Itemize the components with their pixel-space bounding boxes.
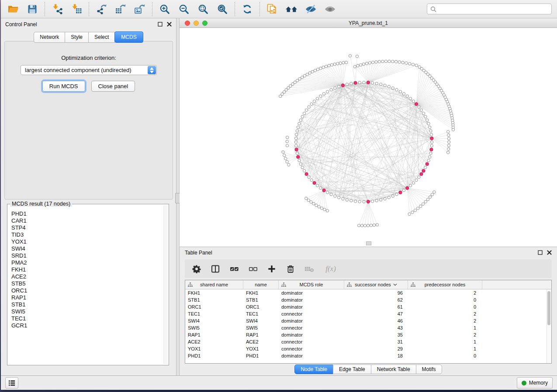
network-view-window: YPA_prune.txt_1 — [180, 18, 557, 247]
mcds-result-item[interactable]: PHD1 — [11, 210, 163, 217]
toggle-panel-columns-icon[interactable] — [211, 264, 220, 274]
horizontal-splitter-handle[interactable] — [366, 241, 371, 245]
table-row[interactable]: ACE2ACE2connector311 — [185, 338, 547, 345]
table-cell: dominator — [279, 297, 344, 303]
show-all-eye-icon[interactable] — [324, 3, 336, 15]
close-table-panel-icon[interactable] — [547, 250, 552, 255]
table-cell: 62 — [344, 297, 408, 303]
close-panel-icon[interactable] — [167, 22, 172, 27]
tab-node-table[interactable]: Node Table — [294, 364, 333, 374]
zoom-in-icon[interactable] — [159, 3, 171, 15]
run-mcds-button[interactable]: Run MCDS — [42, 81, 85, 92]
network-graph[interactable] — [180, 28, 557, 247]
table-row[interactable]: ORC1ORC1dominator610 — [185, 303, 547, 310]
memory-button[interactable]: Memory — [517, 377, 553, 389]
mcds-result-scrollbar[interactable] — [163, 205, 168, 364]
table-row[interactable]: FKH1FKH1dominator962 — [185, 289, 547, 296]
column-type-icon — [411, 282, 415, 287]
mcds-result-item[interactable]: CAR1 — [11, 217, 163, 224]
table-row[interactable]: SWI4SWI4dominator462 — [185, 317, 547, 324]
delete-column-icon[interactable] — [286, 264, 295, 274]
mcds-result-item[interactable]: SWI4 — [11, 245, 163, 252]
task-history-button[interactable] — [5, 377, 18, 389]
mcds-result-item[interactable]: SRD1 — [11, 252, 163, 259]
import-table-from-file-icon[interactable] — [70, 3, 83, 15]
mcds-result-item[interactable]: STB5 — [11, 280, 163, 287]
column-header-name[interactable]: name — [243, 280, 279, 289]
first-neighbors-icon[interactable] — [285, 3, 298, 15]
zoom-selected-region-icon[interactable] — [216, 3, 228, 15]
table-cell: SWI4 — [243, 318, 279, 323]
column-type-icon — [281, 282, 286, 287]
tab-network[interactable]: Network — [34, 32, 65, 43]
column-settings-gear-icon[interactable] — [192, 264, 201, 274]
zoom-out-icon[interactable] — [178, 3, 190, 15]
export-image-icon[interactable] — [134, 3, 146, 15]
right-column: YPA_prune.txt_1 Table Panel — [180, 18, 557, 375]
mcds-result-item[interactable]: ORC1 — [11, 287, 163, 294]
table-cell: 2 — [408, 311, 482, 316]
close-panel-button[interactable]: Close panel — [91, 81, 135, 92]
add-column-icon[interactable] — [267, 264, 277, 274]
network-canvas[interactable] — [180, 28, 557, 247]
function-builder-label: f(x) — [325, 265, 336, 273]
save-session-icon[interactable] — [26, 3, 38, 15]
table-cell: connector — [279, 325, 344, 330]
mcds-result-item[interactable]: FKH1 — [11, 266, 163, 273]
float-table-panel-icon[interactable] — [538, 250, 543, 255]
table-row[interactable]: SWI5SWI5connector431 — [185, 324, 547, 331]
column-type-icon — [347, 282, 352, 287]
table-scrollbar[interactable] — [547, 289, 551, 363]
mcds-result-item[interactable]: PMA2 — [11, 259, 163, 266]
select-all-columns-icon[interactable] — [229, 264, 239, 274]
table-row[interactable]: RAP1RAP1dominator352 — [185, 331, 547, 338]
table-row[interactable]: YOX1YOX1connector291 — [185, 345, 547, 352]
table-cell: connector — [279, 311, 344, 316]
column-header-MCDS-role[interactable]: MCDS role — [279, 280, 344, 289]
table-cell: 2 — [408, 290, 482, 296]
mcds-result-item[interactable]: TID3 — [11, 231, 163, 238]
tab-mcds[interactable]: MCDS — [114, 31, 143, 43]
open-network-file-icon[interactable] — [266, 3, 278, 15]
mcds-result-item[interactable]: TEC1 — [11, 315, 163, 322]
mcds-result-item[interactable]: RAP1 — [11, 294, 163, 301]
task-list-icon — [8, 380, 15, 386]
column-header-predecessor-nodes[interactable]: predecessor nodes — [408, 280, 482, 289]
table-row[interactable]: TEC1TEC1connector472 — [185, 310, 547, 317]
table-cell: YOX1 — [185, 346, 243, 351]
mcds-result-item[interactable]: ACE2 — [11, 273, 163, 280]
table-row[interactable]: PHD1PHD1dominator180 — [185, 352, 547, 359]
table-cell: SWI5 — [243, 325, 279, 330]
search-box[interactable] — [427, 3, 552, 14]
main-toolbar — [1, 0, 557, 18]
tab-edge-table[interactable]: Edge Table — [333, 364, 371, 374]
deselect-all-columns-icon[interactable] — [248, 264, 258, 274]
column-header-successor-nodes[interactable]: successor nodes — [344, 280, 408, 289]
open-file-icon[interactable] — [7, 3, 19, 15]
zoom-fit-content-icon[interactable] — [197, 3, 209, 15]
export-table-icon[interactable] — [114, 3, 127, 15]
table-cell: TEC1 — [185, 311, 243, 316]
tab-style[interactable]: Style — [65, 32, 89, 43]
hide-selected-eye-slash-icon[interactable] — [304, 3, 317, 15]
mcds-result-item[interactable]: SWI5 — [11, 308, 163, 315]
column-header-shared-name[interactable]: shared name — [185, 280, 243, 289]
vertical-splitter[interactable] — [176, 18, 180, 375]
table-scrollbar-thumb[interactable] — [547, 291, 550, 325]
search-input[interactable] — [439, 6, 548, 13]
table-row[interactable]: STB1STB1dominator620 — [185, 296, 547, 303]
float-panel-icon[interactable] — [158, 22, 163, 27]
tab-select[interactable]: Select — [88, 32, 115, 43]
tab-network-table[interactable]: Network Table — [371, 364, 416, 374]
optimization-criterion-select[interactable]: largest connected component (undirected) — [21, 65, 157, 75]
mcds-result-item[interactable]: GCR1 — [11, 322, 163, 329]
mcds-result-item[interactable]: STP4 — [11, 224, 163, 231]
network-window-title: YPA_prune.txt_1 — [180, 20, 557, 26]
import-network-from-file-icon[interactable] — [51, 3, 63, 15]
refresh-view-icon[interactable] — [241, 3, 253, 15]
mcds-result-item[interactable]: YOX1 — [11, 238, 163, 245]
export-network-icon[interactable] — [95, 3, 107, 15]
tab-motifs[interactable]: Motifs — [416, 364, 442, 374]
table-cell: 2 — [408, 332, 482, 337]
mcds-result-item[interactable]: STB1 — [11, 301, 163, 308]
